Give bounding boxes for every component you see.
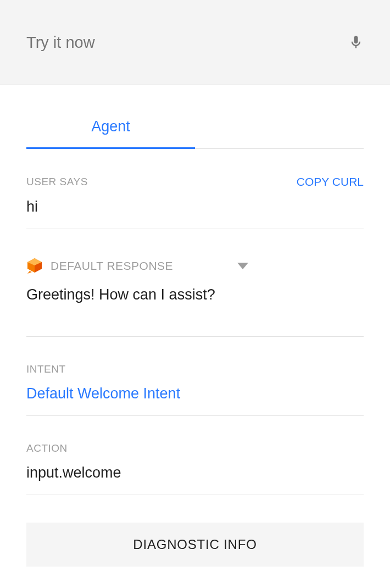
intent-header: INTENT bbox=[26, 363, 364, 375]
action-label: ACTION bbox=[26, 442, 68, 454]
action-value: input.welcome bbox=[26, 464, 364, 495]
microphone-icon[interactable] bbox=[348, 32, 364, 53]
response-text: Greetings! How can I assist? bbox=[26, 286, 364, 337]
svg-marker-3 bbox=[27, 271, 32, 274]
try-it-header bbox=[0, 0, 390, 85]
tab-empty bbox=[195, 107, 364, 148]
intent-section: INTENT Default Welcome Intent bbox=[26, 337, 364, 416]
response-dropdown-caret-icon[interactable] bbox=[237, 263, 248, 269]
response-header: DEFAULT RESPONSE bbox=[26, 258, 364, 274]
try-it-input[interactable] bbox=[26, 34, 301, 52]
response-label: DEFAULT RESPONSE bbox=[51, 259, 173, 273]
content-area: Agent USER SAYS COPY CURL hi DEFAULT RES… bbox=[0, 107, 390, 567]
response-cube-icon bbox=[26, 258, 43, 274]
user-says-label: USER SAYS bbox=[26, 176, 88, 188]
user-says-section: USER SAYS COPY CURL hi bbox=[26, 149, 364, 229]
tab-bar: Agent bbox=[26, 107, 364, 149]
user-says-value: hi bbox=[26, 198, 364, 229]
action-section: ACTION input.welcome bbox=[26, 416, 364, 495]
intent-label: INTENT bbox=[26, 363, 66, 375]
user-says-header: USER SAYS COPY CURL bbox=[26, 175, 364, 188]
intent-value-link[interactable]: Default Welcome Intent bbox=[26, 385, 364, 416]
response-section: DEFAULT RESPONSE Greetings! How can I as… bbox=[26, 258, 364, 337]
action-header: ACTION bbox=[26, 442, 364, 454]
tab-agent[interactable]: Agent bbox=[26, 107, 195, 149]
response-header-left: DEFAULT RESPONSE bbox=[26, 258, 173, 274]
diagnostic-info-button[interactable]: DIAGNOSTIC INFO bbox=[26, 523, 364, 567]
copy-curl-button[interactable]: COPY CURL bbox=[297, 175, 364, 188]
